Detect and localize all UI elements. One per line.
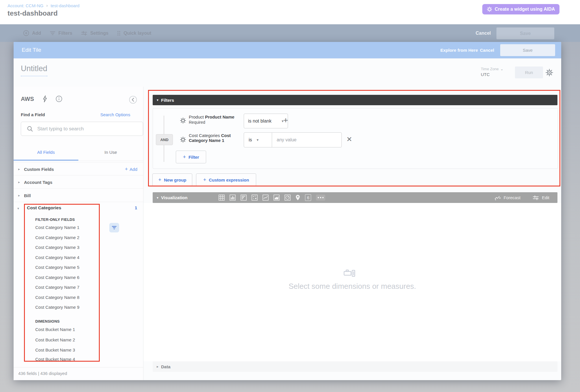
filter-field-button[interactable] [109,223,119,232]
remove-filter-icon[interactable]: ✕ [346,135,352,143]
tile-title-input[interactable]: Untitled [21,64,47,76]
plus-icon: + [183,154,186,160]
sliders-icon [533,195,539,200]
run-button[interactable]: Run [515,66,543,78]
caret-right-icon: ▸ [18,167,20,171]
explore-name: AWS [21,96,34,102]
breadcrumb-chevron-icon: › [43,3,51,8]
filter-field-label: Product Product Name [189,114,241,119]
timezone-value: UTC [481,72,490,77]
add-filter-value-plus-icon[interactable]: + [283,116,288,125]
visualization-section-header[interactable]: ▾ Visualization 6 Forecast Edit [153,192,557,203]
field-cost-category-name-8[interactable]: Cost Category Name 8 [35,295,80,300]
filter-gear-icon[interactable] [180,136,186,143]
screen: Account: CCM-NG › test-dashboard test-da… [0,0,580,392]
query-settings-gear-icon[interactable] [545,69,553,77]
add-filter-button[interactable]: + Filter [176,151,206,163]
plus-icon: + [158,177,161,182]
toolbar-add-button[interactable]: Add [23,30,41,36]
breadcrumb: Account: CCM-NG › test-dashboard [8,2,80,9]
field-cost-category-name-4[interactable]: Cost Category Name 4 [35,255,80,260]
modal-cancel-button[interactable]: Cancel [480,48,494,53]
explore-from-here-link[interactable]: Explore from Here [440,48,478,53]
forecast-icon [494,195,501,200]
caret-down-icon: ▾ [157,196,158,200]
field-search[interactable] [21,122,143,136]
data-section-title: Data [161,364,171,369]
scatter-chart-icon[interactable] [252,195,258,201]
field-cost-bucket-name-2[interactable]: Cost Bucket Name 2 [35,337,75,342]
field-cost-bucket-name-4[interactable]: Cost Bucket Name 4 [35,357,75,362]
breadcrumb-account-link[interactable]: Account: CCM-NG [8,3,43,8]
field-cost-bucket-name-1[interactable]: Cost Bucket Name 1 [35,327,75,332]
field-tabs: All Fields In Use [14,146,143,161]
breadcrumb-current-link[interactable]: test-dashboard [51,3,80,8]
search-options-link[interactable]: Search Options [100,112,130,117]
field-cost-category-name-7[interactable]: Cost Category Name 7 [35,285,80,290]
field-cost-bucket-name-3[interactable]: Cost Bucket Name 3 [35,347,75,352]
toolbar-cancel-button[interactable]: Cancel [476,24,491,42]
data-section-header[interactable]: ▸ Data [153,361,557,372]
filter-operator-dropdown[interactable]: is ▼ [244,133,272,147]
field-cost-category-name-9[interactable]: Cost Category Name 9 [35,305,80,310]
field-cost-category-name-6[interactable]: Cost Category Name 6 [35,275,80,280]
pie-chart-icon[interactable] [285,195,291,201]
visualization-actions: Forecast Edit [494,195,549,200]
search-input[interactable] [37,126,139,132]
bar-chart-icon[interactable] [241,195,247,201]
dimensions-header: DIMENSIONS [35,319,60,323]
caret-right-icon: ▸ [157,365,158,369]
filters-section-title: Filters [161,98,174,103]
field-cost-category-name-2[interactable]: Cost Category Name 2 [35,235,80,240]
map-pin-icon[interactable] [295,195,300,201]
sidebar-item-custom-fields[interactable]: ▸ Custom Fields +Add [14,162,143,175]
filter-funnel-icon [112,226,117,230]
custom-expression-button[interactable]: + Custom expression [196,173,256,186]
filters-section-header[interactable]: ▾ Filters [153,95,557,105]
toolbar-quick-layout-button[interactable]: Quick layout [117,31,151,36]
column-chart-icon[interactable] [230,195,236,201]
field-cost-category-name-1[interactable]: Cost Category Name 1 [35,225,80,230]
sidebar-item-bill[interactable]: ▸ Bill [14,188,143,202]
edit-visualization-button[interactable]: Edit [533,195,549,200]
filter-group-and-chip[interactable]: AND [156,134,173,145]
collapse-sidebar-icon[interactable] [129,96,137,104]
find-a-field-label: Find a Field [21,112,45,117]
lightning-bolt-icon [42,95,47,102]
aida-button-label: Create a widget using AIDA [495,7,555,12]
edit-tile-header [14,42,561,58]
tab-in-use[interactable]: In Use [78,150,143,155]
modal-title: Edit Tile [22,47,41,53]
sidebar-item-account-tags[interactable]: ▸ Account Tags [14,175,143,189]
field-cost-category-name-3[interactable]: Cost Category Name 3 [35,245,80,250]
area-chart-icon[interactable] [274,195,280,201]
toolbar-filters-button[interactable]: Filters [50,31,72,36]
divider [14,202,143,202]
modal-save-button[interactable]: Save [500,44,555,56]
line-chart-icon[interactable] [263,195,269,201]
info-icon[interactable] [56,95,62,102]
create-widget-aida-button[interactable]: Create a widget using AIDA [482,4,559,14]
field-count-footer: 436 fields | 436 displayed [18,371,67,376]
filter-only-fields-header: FILTER-ONLY FIELDS [35,217,75,222]
toolbar-settings-button[interactable]: Settings [81,31,108,36]
more-icon[interactable] [316,195,325,201]
forecast-button[interactable]: Forecast [494,195,520,200]
toolbar-save-button[interactable]: Save [496,27,554,39]
filter-operator-dropdown[interactable]: is not blank ▼ [244,114,288,128]
filter-value-input[interactable] [272,133,341,147]
sidebar-item-cost-categories[interactable]: Cost Categories [27,205,61,210]
filter-gear-icon[interactable] [180,117,186,124]
table-icon[interactable] [219,195,225,201]
search-icon [27,126,33,132]
tab-all-fields[interactable]: All Fields [14,150,78,155]
active-tab-underline [14,160,78,161]
new-group-button[interactable]: + New group [152,173,192,186]
field-cost-category-name-5[interactable]: Cost Category Name 5 [35,265,80,270]
add-custom-field-button[interactable]: +Add [125,167,137,172]
plus-icon: + [125,167,128,172]
flashlight-empty-state-icon [343,269,356,277]
caret-down-icon[interactable]: ▾ [17,206,19,210]
timezone-selector[interactable]: Time Zone ⌄ [481,67,503,71]
single-value-icon[interactable]: 6 [305,194,311,201]
